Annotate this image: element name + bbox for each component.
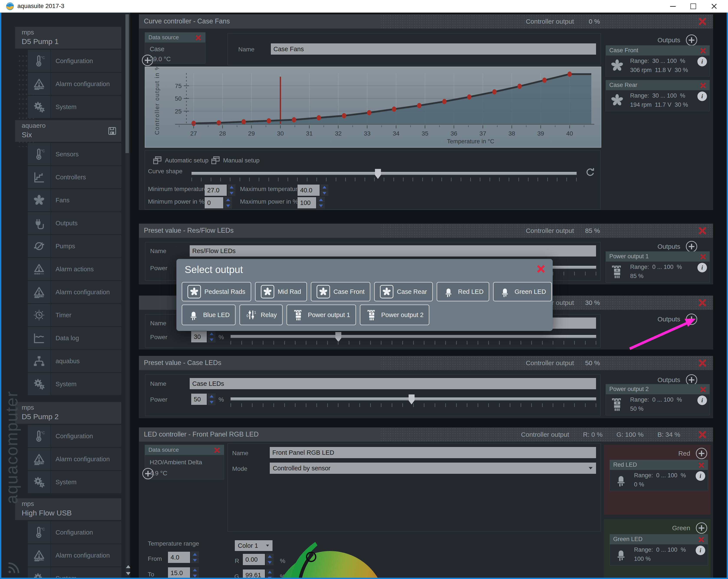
info-icon[interactable] — [697, 263, 707, 272]
sidebar-item-alarm-configuration[interactable]: Alarm configuration — [28, 544, 121, 567]
name-input[interactable] — [189, 378, 596, 389]
automatic-setup-button[interactable]: Automatic setup — [165, 157, 209, 164]
add-output-icon[interactable] — [686, 241, 697, 252]
sidebar-item-configuration[interactable]: °C Configuration — [28, 521, 121, 544]
add-output-icon[interactable] — [696, 448, 707, 459]
fan-curve-chart[interactable]: 2728293031323334353637383940255075Temper… — [145, 66, 601, 148]
info-icon[interactable] — [697, 57, 707, 66]
slider-handle[interactable] — [409, 394, 415, 405]
close-icon[interactable] — [698, 226, 707, 235]
sidebar-item-controllers[interactable]: Controllers — [28, 166, 121, 188]
dialog-button-green-led[interactable]: Green LED — [493, 282, 552, 301]
manual-setup-button[interactable]: Manual setup — [223, 157, 260, 164]
min-temp-input[interactable] — [204, 184, 227, 196]
max-temp-stepper[interactable] — [320, 184, 328, 196]
from-stepper[interactable] — [191, 551, 199, 563]
save-icon[interactable] — [107, 126, 118, 136]
minimize-button[interactable] — [664, 0, 682, 12]
add-output-icon[interactable] — [686, 313, 697, 325]
power-slider[interactable] — [230, 397, 596, 400]
to-stepper[interactable] — [191, 567, 199, 578]
min-power-stepper[interactable] — [224, 197, 232, 209]
power-stepper[interactable] — [208, 331, 215, 342]
close-icon[interactable] — [699, 81, 707, 90]
sidebar-item-pumps[interactable]: Pumps — [28, 235, 121, 257]
sidebar-item-aquabus[interactable]: aquabus — [28, 350, 121, 372]
sidebar-item-outputs[interactable]: Outputs — [28, 212, 121, 234]
close-icon[interactable] — [698, 17, 707, 26]
add-output-icon[interactable] — [696, 522, 707, 534]
sidebar-group-mps-d5-pump-1[interactable]: mps D5 Pump 1 — [15, 27, 121, 49]
scrollbar-thumb[interactable] — [125, 14, 129, 153]
sidebar-item-system[interactable]: System — [28, 373, 121, 395]
name-input[interactable] — [269, 447, 596, 459]
dialog-button-case-front[interactable]: Case Front — [311, 282, 370, 301]
power-slider[interactable] — [230, 335, 596, 338]
dialog-button-red-led[interactable]: Red LED — [437, 282, 490, 301]
close-icon[interactable] — [699, 252, 707, 261]
info-icon[interactable] — [696, 546, 705, 555]
sidebar-item-alarm-configuration[interactable]: Alarm configuration — [28, 448, 121, 470]
mode-select[interactable]: Controlled by sensor — [269, 462, 596, 474]
sidebar-item-sensors[interactable]: °C Sensors — [28, 143, 121, 165]
sidebar-item-system[interactable]: System — [28, 567, 121, 578]
dialog-button-relay[interactable]: 01 Relay — [239, 304, 283, 325]
dialog-button-case-rear[interactable]: Case Rear — [374, 282, 433, 301]
close-icon[interactable] — [699, 47, 707, 55]
power-stepper[interactable] — [208, 393, 215, 405]
close-icon[interactable] — [698, 298, 707, 307]
power-input[interactable] — [191, 331, 207, 342]
name-input[interactable] — [189, 245, 596, 257]
sidebar-item-data-log[interactable]: Data log — [28, 327, 121, 349]
info-icon[interactable] — [697, 91, 707, 101]
sidebar-item-alarm-configuration[interactable]: Alarm configuration — [28, 281, 121, 303]
rss-icon[interactable] — [6, 559, 23, 576]
from-input[interactable] — [168, 551, 190, 563]
sidebar-scrollbar[interactable] — [125, 14, 129, 576]
sidebar-item-system[interactable]: System — [28, 471, 121, 493]
sidebar-item-configuration[interactable]: °C Configuration — [28, 50, 121, 72]
close-icon[interactable] — [699, 385, 707, 394]
dialog-button-pedestal-rads[interactable]: Pedestal Rads — [182, 282, 251, 301]
sidebar-item-alarm-configuration[interactable]: Alarm configuration — [28, 73, 121, 95]
close-icon[interactable] — [213, 446, 221, 454]
sidebar-item-timer[interactable]: Timer — [28, 304, 121, 326]
power-input[interactable] — [191, 393, 207, 405]
max-power-stepper[interactable] — [317, 197, 325, 209]
sidebar-item-fans[interactable]: Fans — [28, 189, 121, 211]
close-icon[interactable] — [697, 461, 706, 469]
scroll-up-arrow[interactable] — [126, 565, 130, 568]
min-temp-stepper[interactable] — [228, 184, 235, 196]
dialog-close-icon[interactable] — [537, 265, 545, 273]
close-icon[interactable] — [698, 430, 707, 439]
max-temp-input[interactable] — [297, 184, 320, 196]
to-input[interactable] — [168, 567, 190, 578]
sidebar-item-system[interactable]: System — [28, 96, 121, 118]
dialog-button-blue-led[interactable]: Blue LED — [182, 304, 236, 325]
info-icon[interactable] — [697, 395, 707, 405]
sidebar-group-aquaero-six[interactable]: aquaero Six — [15, 120, 121, 142]
name-input[interactable] — [270, 43, 596, 55]
slider-track[interactable] — [230, 335, 596, 338]
sidebar-item-alarm-actions[interactable]: Alarm actions — [28, 258, 121, 280]
info-icon[interactable] — [696, 471, 705, 481]
dialog-button-power-output-1[interactable]: Power output 1 — [286, 304, 356, 325]
slider-handle[interactable] — [335, 332, 341, 342]
close-button[interactable] — [705, 0, 724, 12]
close-icon[interactable] — [194, 33, 203, 42]
sidebar-item-configuration[interactable]: °C Configuration — [28, 425, 121, 447]
add-output-icon[interactable] — [686, 34, 697, 46]
slider-track[interactable] — [191, 172, 577, 175]
scroll-down-arrow[interactable] — [126, 572, 130, 575]
sidebar-group-mps-high-flow-usb[interactable]: mps High Flow USB — [15, 498, 121, 520]
close-icon[interactable] — [698, 359, 707, 367]
curve-shape-slider[interactable] — [191, 172, 577, 175]
min-power-input[interactable] — [204, 197, 224, 209]
maximize-button[interactable] — [684, 0, 703, 12]
dialog-button-power-output-2[interactable]: Power output 2 — [360, 304, 430, 325]
refresh-icon[interactable] — [584, 167, 596, 178]
close-icon[interactable] — [697, 535, 706, 544]
dialog-button-mid-rad[interactable]: Mid Rad — [255, 282, 307, 301]
max-power-input[interactable] — [297, 197, 316, 209]
sidebar-group-mps-d5-pump-2[interactable]: mps D5 Pump 2 — [15, 402, 121, 424]
